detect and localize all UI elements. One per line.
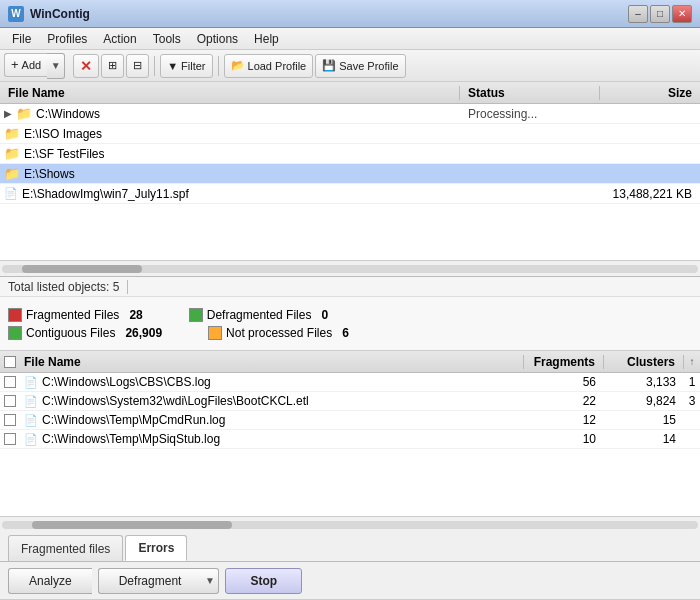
legend-label-contiguous: Contiguous Files — [26, 326, 115, 340]
legend-contiguous: Contiguous Files 26,909 — [8, 326, 162, 340]
remove-button[interactable]: ✕ — [73, 54, 99, 78]
main-content: File Name Status Size ▶ 📁 C:\Windows Pro… — [0, 82, 700, 600]
menu-profiles[interactable]: Profiles — [39, 30, 95, 48]
file-name-cell: 📁 E:\ISO Images — [0, 126, 460, 141]
frag-file-name-cell: 📄 C:\Windows\System32\wdi\LogFiles\BootC… — [20, 394, 524, 408]
filter-button[interactable]: ▼ Filter — [160, 54, 212, 78]
legend-label-defragmented: Defragmented Files — [207, 308, 312, 322]
tab-fragmented-files[interactable]: Fragmented files — [8, 535, 123, 561]
select-all-checkbox[interactable] — [4, 356, 16, 368]
legend-section: Fragmented Files 28 Defragmented Files 0… — [0, 297, 700, 351]
menu-tools[interactable]: Tools — [145, 30, 189, 48]
frag-extra-cell: 1 — [684, 375, 700, 389]
file-icon: 📄 — [24, 433, 38, 446]
file-name-cell: 📁 E:\Shows — [0, 166, 460, 181]
file-name-cell: 📄 E:\ShadowImg\win7_July11.spf — [0, 187, 460, 201]
deselect-button[interactable]: ⊟ — [126, 54, 149, 78]
remove-icon: ✕ — [80, 58, 92, 74]
maximize-button[interactable]: □ — [650, 5, 670, 23]
row-checkbox[interactable] — [0, 414, 20, 426]
table-row[interactable]: 📄 C:\Windows\Temp\MpSiqStub.log 10 14 — [0, 430, 700, 449]
table-row[interactable]: 📁 E:\SF TestFiles — [0, 144, 700, 164]
row-checkbox[interactable] — [0, 395, 20, 407]
table-row[interactable]: ▶ 📁 C:\Windows Processing... — [0, 104, 700, 124]
legend-color-defragmented — [189, 308, 203, 322]
tab-errors[interactable]: Errors — [125, 535, 187, 561]
folder-icon: 📁 — [4, 146, 20, 161]
frag-clusters-cell: 3,133 — [604, 375, 684, 389]
menu-action[interactable]: Action — [95, 30, 144, 48]
stop-button[interactable]: Stop — [225, 568, 302, 594]
add-dropdown-button[interactable]: ▼ — [47, 53, 65, 79]
frag-table-hscrollbar[interactable] — [0, 516, 700, 532]
legend-label-not-processed: Not processed Files — [226, 326, 332, 340]
col-size: Size — [600, 86, 700, 100]
row-checkbox[interactable] — [0, 376, 20, 388]
summary-separator — [127, 280, 128, 294]
add-icon: + — [11, 57, 19, 72]
file-name-cell: ▶ 📁 C:\Windows — [0, 106, 460, 121]
frag-file-name-cell: 📄 C:\Windows\Temp\MpCmdRun.log — [20, 413, 524, 427]
title-bar: W WinContig – □ ✕ — [0, 0, 700, 28]
col-file-name: File Name — [0, 86, 460, 100]
defrag-button-group: Defragment ▼ — [98, 568, 220, 594]
menu-file[interactable]: File — [4, 30, 39, 48]
tabs-section: Fragmented files Errors — [0, 532, 700, 562]
file-icon: 📄 — [24, 414, 38, 427]
frag-count-cell: 10 — [524, 432, 604, 446]
defrag-dropdown-button[interactable]: ▼ — [201, 568, 219, 594]
frag-table-section: File Name Fragments Clusters ↑ 📄 C:\Wind… — [0, 351, 700, 532]
menu-bar: File Profiles Action Tools Options Help — [0, 28, 700, 50]
frag-clusters-cell: 15 — [604, 413, 684, 427]
table-row[interactable]: 📄 E:\ShadowImg\win7_July11.spf 13,488,22… — [0, 184, 700, 204]
legend-not-processed: Not processed Files 6 — [208, 326, 349, 340]
analyze-button[interactable]: Analyze — [8, 568, 92, 594]
select-all-icon: ⊞ — [108, 59, 117, 72]
file-table-body[interactable]: ▶ 📁 C:\Windows Processing... 📁 E:\ISO Im… — [0, 104, 700, 260]
defrag-button[interactable]: Defragment — [98, 568, 202, 594]
title-buttons: – □ ✕ — [628, 5, 692, 23]
frag-clusters-cell: 14 — [604, 432, 684, 446]
minimize-button[interactable]: – — [628, 5, 648, 23]
table-row[interactable]: 📁 E:\ISO Images — [0, 124, 700, 144]
add-button[interactable]: + Add — [4, 53, 47, 77]
summary-bar: Total listed objects: 5 — [0, 277, 700, 297]
folder-icon: 📁 — [16, 106, 32, 121]
frag-col-clusters-header: Clusters — [604, 355, 684, 369]
table-row[interactable]: 📄 C:\Windows\Temp\MpCmdRun.log 12 15 — [0, 411, 700, 430]
window-title: WinContig — [30, 7, 628, 21]
menu-options[interactable]: Options — [189, 30, 246, 48]
file-icon: 📄 — [4, 187, 18, 200]
legend-label-fragmented: Fragmented Files — [26, 308, 119, 322]
folder-icon: 📁 — [4, 126, 20, 141]
frag-count-cell: 12 — [524, 413, 604, 427]
load-profile-button[interactable]: 📂 Load Profile — [224, 54, 314, 78]
legend-color-not-processed — [208, 326, 222, 340]
file-status-cell: Processing... — [460, 107, 600, 121]
legend-row-1: Fragmented Files 28 Defragmented Files 0 — [8, 308, 692, 322]
analyze-button-group: Analyze — [8, 568, 92, 594]
hscroll-thumb[interactable] — [22, 265, 142, 273]
app-icon: W — [8, 6, 24, 22]
toolbar: + Add ▼ ✕ ⊞ ⊟ ▼ Filter 📂 Load Profile 💾 … — [0, 50, 700, 82]
frag-hscroll-track — [2, 521, 698, 529]
select-all-button[interactable]: ⊞ — [101, 54, 124, 78]
frag-hscroll-thumb[interactable] — [32, 521, 232, 529]
file-icon: 📄 — [24, 376, 38, 389]
frag-table-body[interactable]: 📄 C:\Windows\Logs\CBS\CBS.log 56 3,133 1… — [0, 373, 700, 516]
legend-count-defragmented: 0 — [321, 308, 328, 322]
frag-extra-cell: 3 — [684, 394, 700, 408]
sort-icon[interactable]: ↑ — [684, 356, 700, 367]
table-row[interactable]: 📁 E:\Shows — [0, 164, 700, 184]
toolbar-separator-2 — [218, 56, 219, 76]
table-row[interactable]: 📄 C:\Windows\Logs\CBS\CBS.log 56 3,133 1 — [0, 373, 700, 392]
legend-count-fragmented: 28 — [129, 308, 142, 322]
close-button[interactable]: ✕ — [672, 5, 692, 23]
save-profile-button[interactable]: 💾 Save Profile — [315, 54, 405, 78]
file-table-hscrollbar[interactable] — [0, 260, 700, 276]
menu-help[interactable]: Help — [246, 30, 287, 48]
row-checkbox[interactable] — [0, 433, 20, 445]
legend-defragmented: Defragmented Files 0 — [189, 308, 328, 322]
legend-fragmented: Fragmented Files 28 — [8, 308, 143, 322]
table-row[interactable]: 📄 C:\Windows\System32\wdi\LogFiles\BootC… — [0, 392, 700, 411]
